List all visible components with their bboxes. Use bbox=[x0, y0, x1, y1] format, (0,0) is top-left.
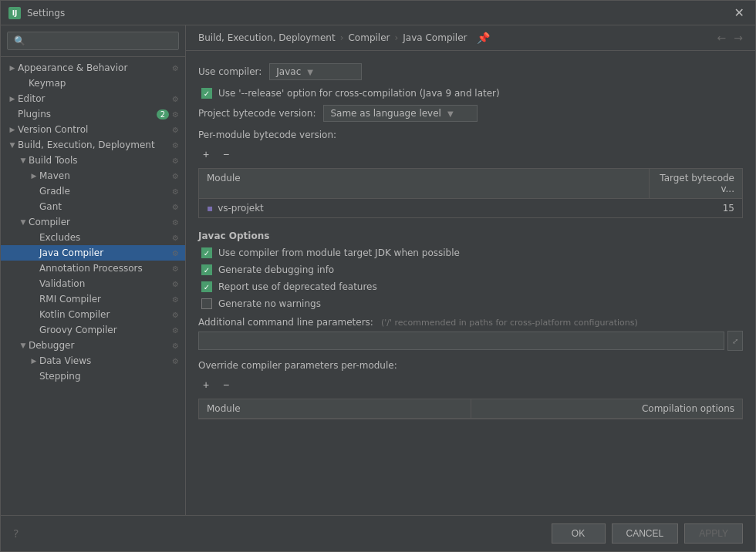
sidebar-item-label: Editor bbox=[18, 93, 172, 104]
override-table-header: Module Compilation options bbox=[199, 399, 742, 419]
sidebar-item-label: Debugger bbox=[29, 340, 172, 351]
sidebar-item-label: RMI Compiler bbox=[39, 294, 172, 305]
apply-button[interactable]: APPLY bbox=[684, 523, 743, 544]
breadcrumb-back-button[interactable]: ← bbox=[717, 32, 727, 44]
help-icon: ? bbox=[13, 527, 19, 540]
tree-arrow-vc: ▶ bbox=[7, 126, 18, 133]
breadcrumb-part-2[interactable]: Compiler bbox=[348, 32, 390, 43]
search-input[interactable] bbox=[7, 32, 179, 50]
sidebar-item-editor[interactable]: ▶ Editor ⚙ bbox=[1, 91, 185, 106]
option-checkbox-1[interactable]: ✓ bbox=[201, 264, 212, 275]
sidebar-item-label: Stepping bbox=[39, 371, 179, 382]
sidebar-item-build-tools[interactable]: ▼ Build Tools ⚙ bbox=[1, 153, 185, 168]
sidebar-item-gradle[interactable]: Gradle ⚙ bbox=[1, 183, 185, 199]
sidebar-item-validation[interactable]: Validation ⚙ bbox=[1, 276, 185, 291]
additional-params-label: Additional command line parameters: bbox=[198, 317, 373, 328]
add-override-button[interactable]: + bbox=[198, 377, 214, 392]
gear-icon: ⚙ bbox=[172, 110, 179, 119]
option-checkbox-3[interactable] bbox=[201, 298, 212, 309]
sidebar-item-excludes[interactable]: Excludes ⚙ bbox=[1, 230, 185, 245]
sidebar-item-compiler[interactable]: ▼ Compiler ⚙ bbox=[1, 214, 185, 230]
close-button[interactable]: ✕ bbox=[731, 5, 748, 20]
sidebar-item-groovy-compiler[interactable]: Groovy Compiler ⚙ bbox=[1, 322, 185, 338]
content-area: Build, Execution, Deployment › Compiler … bbox=[186, 25, 755, 515]
option-label-3: Generate no warnings bbox=[218, 298, 321, 309]
option-row-2: ✓ Report use of deprecated features bbox=[198, 281, 743, 292]
sidebar-item-kotlin-compiler[interactable]: Kotlin Compiler ⚙ bbox=[1, 307, 185, 322]
sidebar-item-version-control[interactable]: ▶ Version Control ⚙ bbox=[1, 122, 185, 137]
sidebar-item-label: Plugins bbox=[18, 109, 157, 119]
module-icon: ▪ bbox=[207, 203, 213, 214]
sidebar-item-appearance[interactable]: ▶ Appearance & Behavior ⚙ bbox=[1, 60, 185, 76]
breadcrumb-separator-1: › bbox=[340, 32, 344, 43]
add-module-button[interactable]: + bbox=[198, 146, 214, 162]
tree-arrow-build-tools: ▼ bbox=[18, 157, 29, 164]
sidebar-item-label: Gant bbox=[39, 201, 172, 212]
sidebar-item-label: Gradle bbox=[39, 186, 172, 197]
tree-arrow-compiler: ▼ bbox=[18, 218, 29, 226]
gear-icon: ⚙ bbox=[172, 203, 179, 211]
sidebar-item-data-views[interactable]: ▶ Data Views ⚙ bbox=[1, 353, 185, 369]
option-row-0: ✓ Use compiler from module target JDK wh… bbox=[198, 247, 743, 258]
title-bar: IJ Settings ✕ bbox=[1, 1, 755, 25]
breadcrumb-part-1[interactable]: Build, Execution, Deployment bbox=[198, 32, 336, 43]
module-table: Module Target bytecode v... ▪ vs-projekt… bbox=[198, 168, 743, 218]
gear-icon: ⚙ bbox=[172, 218, 179, 227]
sidebar-item-build-execution[interactable]: ▼ Build, Execution, Deployment ⚙ bbox=[1, 137, 185, 153]
sidebar-item-rmi-compiler[interactable]: RMI Compiler ⚙ bbox=[1, 291, 185, 307]
expand-button[interactable]: ⤢ bbox=[727, 331, 743, 351]
gear-icon: ⚙ bbox=[172, 187, 179, 196]
option-row-1: ✓ Generate debugging info bbox=[198, 264, 743, 275]
sidebar-item-label: Groovy Compiler bbox=[39, 325, 172, 335]
additional-params-hint: ('/' recommended in paths for cross-plat… bbox=[381, 318, 638, 328]
bytecode-select[interactable]: Same as language level ▼ bbox=[323, 105, 478, 122]
remove-module-button[interactable]: − bbox=[218, 146, 234, 162]
sidebar-item-stepping[interactable]: Stepping bbox=[1, 369, 185, 384]
checkmark-icon: ✓ bbox=[204, 249, 210, 257]
sidebar-item-label: Maven bbox=[39, 170, 172, 181]
search-box bbox=[1, 25, 185, 57]
sidebar-item-annotation-processors[interactable]: Annotation Processors ⚙ bbox=[1, 261, 185, 276]
breadcrumb-forward-button[interactable]: → bbox=[734, 32, 743, 44]
override-add-remove-row: + − bbox=[198, 377, 743, 392]
app-icon: IJ bbox=[8, 7, 21, 19]
checkmark-icon: ✓ bbox=[204, 266, 210, 274]
sidebar-item-gant[interactable]: Gant ⚙ bbox=[1, 199, 185, 214]
sidebar-item-debugger[interactable]: ▼ Debugger ⚙ bbox=[1, 338, 185, 353]
gear-icon: ⚙ bbox=[172, 249, 179, 257]
chevron-down-icon: ▼ bbox=[307, 68, 313, 76]
sidebar-item-label: Build, Execution, Deployment bbox=[18, 140, 172, 150]
breadcrumb-part-3[interactable]: Java Compiler bbox=[403, 32, 467, 43]
option-checkbox-0[interactable]: ✓ bbox=[201, 247, 212, 258]
sidebar-item-maven[interactable]: ▶ Maven ⚙ bbox=[1, 168, 185, 183]
additional-params-header: Additional command line parameters: ('/'… bbox=[198, 317, 743, 328]
sidebar-item-label: Compiler bbox=[29, 217, 172, 227]
help-button[interactable]: ? bbox=[13, 527, 19, 540]
cross-compile-checkbox[interactable]: ✓ bbox=[201, 88, 212, 99]
additional-params-input[interactable] bbox=[198, 332, 724, 350]
tree-arrow-editor: ▶ bbox=[7, 95, 18, 103]
sidebar-item-java-compiler[interactable]: Java Compiler ⚙ bbox=[1, 245, 185, 261]
gear-icon: ⚙ bbox=[172, 141, 179, 150]
table-row[interactable]: ▪ vs-projekt 15 bbox=[199, 199, 742, 217]
checkmark-icon: ✓ bbox=[204, 89, 210, 98]
javac-options-title: Javac Options bbox=[198, 231, 743, 241]
cancel-button[interactable]: CANCEL bbox=[612, 523, 679, 544]
ok-button[interactable]: OK bbox=[552, 523, 606, 544]
option-label-1: Generate debugging info bbox=[218, 264, 334, 275]
tree-arrow-appearance: ▶ bbox=[7, 64, 18, 72]
gear-icon: ⚙ bbox=[172, 95, 179, 103]
sidebar-item-plugins[interactable]: Plugins 2 ⚙ bbox=[1, 106, 185, 122]
module-value-cell: 15 bbox=[650, 199, 742, 217]
sidebar-item-keymap[interactable]: Keymap bbox=[1, 76, 185, 91]
option-checkbox-2[interactable]: ✓ bbox=[201, 281, 212, 292]
tree-arrow-build: ▼ bbox=[7, 141, 18, 149]
breadcrumb-separator-2: › bbox=[395, 32, 399, 43]
remove-override-button[interactable]: − bbox=[218, 377, 234, 392]
dialog-title: Settings bbox=[27, 8, 731, 19]
use-compiler-row: Use compiler: Javac ▼ bbox=[198, 63, 743, 80]
sidebar-item-label: Appearance & Behavior bbox=[18, 62, 172, 73]
breadcrumb-pin-icon: 📌 bbox=[477, 32, 490, 44]
main-content: ▶ Appearance & Behavior ⚙ Keymap ▶ Edito… bbox=[1, 25, 755, 515]
compiler-select[interactable]: Javac ▼ bbox=[269, 63, 362, 80]
